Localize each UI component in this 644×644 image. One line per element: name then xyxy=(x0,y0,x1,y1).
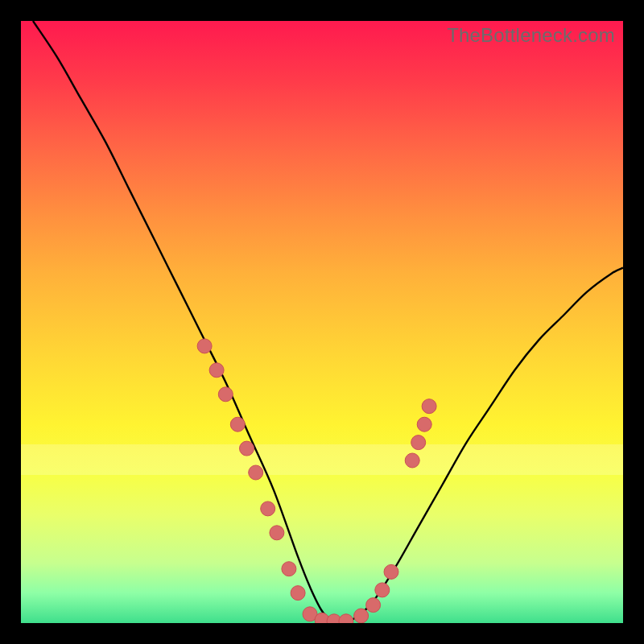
data-dot xyxy=(366,598,381,613)
data-dot xyxy=(230,417,245,431)
data-dot xyxy=(249,465,263,480)
data-dot xyxy=(422,399,436,414)
data-dot xyxy=(384,564,398,579)
data-dot xyxy=(354,609,369,623)
data-dot xyxy=(417,417,431,431)
data-dot xyxy=(270,526,284,540)
data-dots-group xyxy=(197,339,436,623)
plot-area: TheBottleneck.com xyxy=(21,21,623,623)
data-dot xyxy=(240,441,254,456)
data-dot xyxy=(218,387,233,402)
data-dot xyxy=(282,562,296,576)
bottleneck-curve xyxy=(33,21,623,623)
data-dot xyxy=(261,502,275,516)
data-dot xyxy=(291,586,305,601)
chart-svg xyxy=(21,21,623,623)
data-dot xyxy=(375,583,390,597)
data-dot xyxy=(339,614,353,623)
data-dot xyxy=(209,363,224,378)
data-dot xyxy=(411,436,426,450)
data-dot xyxy=(405,453,419,468)
data-dot xyxy=(197,339,212,353)
chart-frame: TheBottleneck.com xyxy=(0,0,644,644)
